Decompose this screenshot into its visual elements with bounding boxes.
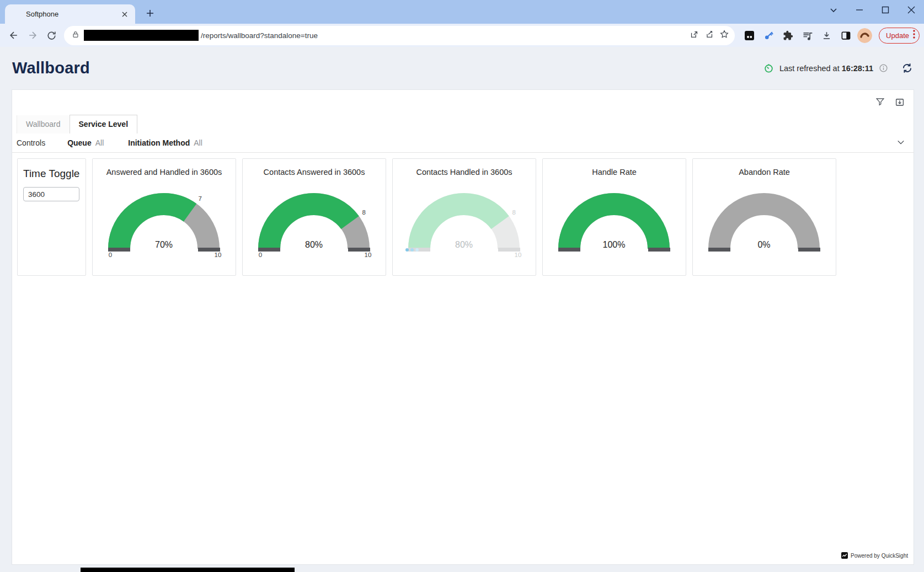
- cards-row: Time Toggle Answered and Handled in 3600…: [12, 153, 914, 276]
- gauge-title: Handle Rate: [592, 168, 637, 177]
- svg-text:0%: 0%: [757, 240, 770, 249]
- time-toggle-input[interactable]: [23, 187, 79, 201]
- filter-queue[interactable]: Queue All: [67, 138, 104, 147]
- svg-text:10: 10: [515, 252, 522, 258]
- url-text: /reports/wallboard?standalone=true: [201, 31, 690, 40]
- svg-text:100%: 100%: [603, 240, 626, 249]
- page-title: Wallboard: [12, 59, 90, 77]
- dashboard-panel: Wallboard Service Level Controls Queue A…: [12, 89, 914, 565]
- gauge-card-contacts-answered-in-3600s: Contacts Answered in 3600s80%0108: [242, 158, 386, 276]
- last-refreshed-text: Last refreshed at 16:28:11: [779, 64, 873, 73]
- svg-text:8: 8: [512, 209, 515, 216]
- filter-funnel-icon[interactable]: [875, 97, 885, 106]
- gauge-chart: 100%: [549, 183, 679, 260]
- profile-avatar[interactable]: [857, 28, 872, 43]
- share-icon[interactable]: [704, 30, 714, 41]
- svg-text:80%: 80%: [455, 240, 473, 249]
- media-playlist-icon[interactable]: [799, 28, 815, 44]
- dashboard-toolbar: [12, 90, 914, 114]
- gauge-card-answered-and-handled-in-3600s: Answered and Handled in 3600s70%0107: [92, 158, 236, 276]
- browser-titlebar: Softphone: [0, 0, 924, 24]
- tab-title: Softphone: [26, 10, 120, 18]
- lock-icon[interactable]: [72, 30, 79, 41]
- info-circle-icon[interactable]: [879, 63, 888, 73]
- sheet-tab-wallboard[interactable]: Wallboard: [17, 115, 70, 133]
- svg-text:10: 10: [215, 252, 222, 258]
- svg-text:0: 0: [259, 252, 262, 258]
- svg-text:7: 7: [199, 195, 202, 202]
- quicksight-logo-icon: [841, 552, 848, 559]
- redacted-bottom-bar: [81, 568, 295, 572]
- extension-icons: Update: [741, 28, 920, 44]
- minimize-button[interactable]: [846, 0, 872, 20]
- bookmark-star-icon[interactable]: [719, 29, 729, 41]
- gauge-card-contacts-handled-in-3600s: Contacts Handled in 3600s80%108: [392, 158, 536, 276]
- gauge-chart: 0%: [699, 183, 829, 260]
- back-button[interactable]: [6, 27, 22, 44]
- tab-search-chevron-icon[interactable]: [820, 0, 846, 20]
- sheet-tabbar: Wallboard Service Level: [12, 114, 914, 133]
- svg-text:80%: 80%: [305, 240, 323, 249]
- address-bar[interactable]: /reports/wallboard?standalone=true: [64, 26, 735, 45]
- extension-tile-icon[interactable]: [741, 28, 757, 44]
- update-browser-button[interactable]: Update: [879, 28, 920, 44]
- gauge-card-handle-rate: Handle Rate100%: [542, 158, 686, 276]
- maximize-button[interactable]: [872, 0, 898, 20]
- loading-spinner-dots: [405, 248, 419, 252]
- svg-text:10: 10: [365, 252, 372, 258]
- extensions-puzzle-icon[interactable]: [780, 28, 796, 44]
- refresh-icon[interactable]: [901, 62, 913, 74]
- browser-menu-kebab-icon[interactable]: [912, 29, 916, 41]
- gauge-title: Contacts Handled in 3600s: [416, 168, 512, 177]
- gauge-title: Contacts Answered in 3600s: [264, 168, 365, 177]
- gauge-title: Abandon Rate: [739, 168, 790, 177]
- side-panel-icon[interactable]: [838, 28, 854, 44]
- controls-row: Controls Queue All Initiation Method All: [12, 133, 914, 153]
- downloads-icon[interactable]: [819, 28, 835, 44]
- last-refreshed-time: 16:28:11: [842, 64, 873, 73]
- time-toggle-card: Time Toggle: [17, 158, 86, 276]
- reload-button[interactable]: [43, 27, 60, 44]
- gauge-chart: 70%0107: [99, 183, 229, 260]
- key-extension-icon[interactable]: [761, 28, 777, 44]
- collapse-controls-chevron-icon[interactable]: [896, 137, 906, 149]
- page-header: Wallboard Last refreshed at 16:28:11: [0, 47, 924, 89]
- powered-by-quicksight[interactable]: Powered by QuickSight: [841, 552, 908, 559]
- gauge-chart: 80%108: [399, 183, 529, 260]
- gauge-chart: 80%0108: [249, 183, 379, 260]
- svg-text:8: 8: [362, 209, 365, 216]
- auto-refresh-timer-icon: [763, 63, 774, 73]
- powered-by-text: Powered by QuickSight: [851, 553, 908, 559]
- controls-label: Controls: [17, 138, 45, 147]
- time-toggle-title: Time Toggle: [23, 168, 80, 180]
- update-label: Update: [886, 31, 909, 40]
- forward-button[interactable]: [24, 27, 41, 44]
- gauge-title: Answered and Handled in 3600s: [106, 168, 222, 177]
- sheet-tab-service-level[interactable]: Service Level: [70, 115, 138, 133]
- close-window-button[interactable]: [898, 0, 924, 20]
- browser-tab[interactable]: Softphone: [5, 4, 135, 24]
- open-in-new-icon[interactable]: [690, 30, 699, 41]
- browser-toolbar: /reports/wallboard?standalone=true: [0, 24, 924, 47]
- svg-text:70%: 70%: [155, 240, 173, 249]
- gauge-card-abandon-rate: Abandon Rate0%: [692, 158, 836, 276]
- tab-close-icon[interactable]: [120, 9, 130, 19]
- svg-text:0: 0: [109, 252, 112, 258]
- filter-initiation-method[interactable]: Initiation Method All: [128, 138, 202, 147]
- new-tab-button[interactable]: [142, 5, 158, 22]
- window-controls: [820, 0, 924, 20]
- redacted-url-host: [84, 30, 199, 41]
- export-download-icon[interactable]: [895, 97, 905, 107]
